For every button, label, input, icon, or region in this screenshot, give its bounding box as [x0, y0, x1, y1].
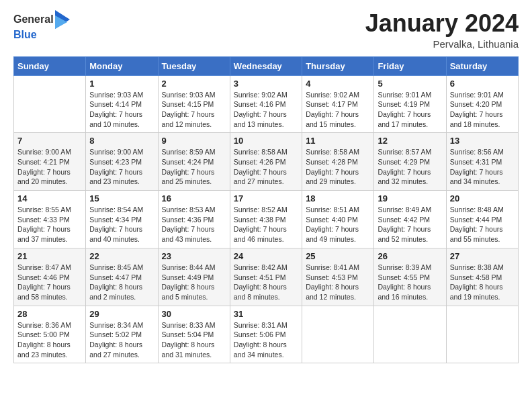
calendar-week-row: 7Sunrise: 9:00 AMSunset: 4:21 PMDaylight…: [14, 133, 519, 191]
table-row: 26Sunrise: 8:39 AMSunset: 4:55 PMDayligh…: [374, 248, 446, 306]
day-info: Sunrise: 8:49 AMSunset: 4:42 PMDaylight:…: [378, 205, 442, 244]
table-row: [446, 306, 518, 363]
day-number: 30: [162, 309, 226, 319]
day-number: 18: [306, 193, 370, 203]
header-friday: Friday: [374, 56, 446, 75]
day-info: Sunrise: 8:59 AMSunset: 4:24 PMDaylight:…: [162, 147, 226, 187]
header: General Blue January 2024 Pervalka, Lith…: [13, 10, 519, 50]
day-info: Sunrise: 8:56 AMSunset: 4:31 PMDaylight:…: [450, 147, 515, 187]
day-info: Sunrise: 8:55 AMSunset: 4:33 PMDaylight:…: [17, 205, 82, 244]
day-number: 10: [234, 136, 298, 146]
day-info: Sunrise: 8:51 AMSunset: 4:40 PMDaylight:…: [306, 205, 370, 244]
day-number: 25: [306, 251, 370, 261]
day-number: 16: [162, 193, 226, 203]
title-block: January 2024 Pervalka, Lithuania: [365, 10, 519, 50]
day-number: 17: [234, 193, 298, 203]
day-info: Sunrise: 8:42 AMSunset: 4:51 PMDaylight:…: [234, 263, 298, 302]
table-row: 15Sunrise: 8:54 AMSunset: 4:34 PMDayligh…: [86, 191, 158, 248]
day-number: 12: [378, 136, 442, 146]
day-number: 26: [378, 251, 442, 261]
day-info: Sunrise: 8:58 AMSunset: 4:26 PMDaylight:…: [234, 147, 298, 187]
day-number: 9: [162, 136, 226, 146]
day-info: Sunrise: 8:44 AMSunset: 4:49 PMDaylight:…: [162, 263, 226, 302]
header-wednesday: Wednesday: [230, 56, 302, 75]
day-number: 13: [450, 136, 515, 146]
day-number: 21: [17, 251, 82, 261]
table-row: 10Sunrise: 8:58 AMSunset: 4:26 PMDayligh…: [230, 133, 302, 191]
calendar-week-row: 21Sunrise: 8:47 AMSunset: 4:46 PMDayligh…: [14, 248, 519, 306]
day-info: Sunrise: 8:34 AMSunset: 5:02 PMDaylight:…: [89, 320, 154, 360]
day-number: 28: [17, 309, 82, 319]
calendar-week-row: 28Sunrise: 8:36 AMSunset: 5:00 PMDayligh…: [14, 306, 519, 363]
logo-icon: [55, 10, 70, 29]
table-row: 22Sunrise: 8:45 AMSunset: 4:47 PMDayligh…: [86, 248, 158, 306]
day-info: Sunrise: 9:02 AMSunset: 4:16 PMDaylight:…: [234, 90, 298, 130]
table-row: 19Sunrise: 8:49 AMSunset: 4:42 PMDayligh…: [374, 191, 446, 248]
table-row: 11Sunrise: 8:58 AMSunset: 4:28 PMDayligh…: [302, 133, 374, 191]
calendar-header-row: Sunday Monday Tuesday Wednesday Thursday…: [14, 56, 519, 75]
day-number: 23: [162, 251, 226, 261]
table-row: 18Sunrise: 8:51 AMSunset: 4:40 PMDayligh…: [302, 191, 374, 248]
table-row: 1Sunrise: 9:03 AMSunset: 4:14 PMDaylight…: [86, 75, 158, 133]
table-row: 2Sunrise: 9:03 AMSunset: 4:15 PMDaylight…: [158, 75, 230, 133]
day-info: Sunrise: 9:01 AMSunset: 4:20 PMDaylight:…: [450, 90, 515, 130]
day-info: Sunrise: 8:39 AMSunset: 4:55 PMDaylight:…: [378, 263, 442, 302]
day-number: 6: [450, 79, 515, 89]
day-info: Sunrise: 9:00 AMSunset: 4:21 PMDaylight:…: [17, 147, 82, 187]
day-info: Sunrise: 8:57 AMSunset: 4:29 PMDaylight:…: [378, 147, 442, 187]
table-row: 28Sunrise: 8:36 AMSunset: 5:00 PMDayligh…: [14, 306, 86, 363]
day-info: Sunrise: 9:03 AMSunset: 4:15 PMDaylight:…: [162, 90, 226, 130]
day-number: 22: [89, 251, 154, 261]
table-row: 30Sunrise: 8:33 AMSunset: 5:04 PMDayligh…: [158, 306, 230, 363]
table-row: 3Sunrise: 9:02 AMSunset: 4:16 PMDaylight…: [230, 75, 302, 133]
table-row: [374, 306, 446, 363]
day-info: Sunrise: 9:00 AMSunset: 4:23 PMDaylight:…: [89, 147, 154, 187]
table-row: 29Sunrise: 8:34 AMSunset: 5:02 PMDayligh…: [86, 306, 158, 363]
day-number: 2: [162, 79, 226, 89]
calendar-table: Sunday Monday Tuesday Wednesday Thursday…: [13, 56, 519, 364]
table-row: 14Sunrise: 8:55 AMSunset: 4:33 PMDayligh…: [14, 191, 86, 248]
table-row: [14, 75, 86, 133]
day-number: 15: [89, 193, 154, 203]
day-number: 27: [450, 251, 515, 261]
day-number: 4: [306, 79, 370, 89]
day-number: 5: [378, 79, 442, 89]
day-info: Sunrise: 8:47 AMSunset: 4:46 PMDaylight:…: [17, 263, 82, 302]
day-info: Sunrise: 8:41 AMSunset: 4:53 PMDaylight:…: [306, 263, 370, 302]
day-info: Sunrise: 8:45 AMSunset: 4:47 PMDaylight:…: [89, 263, 154, 302]
header-saturday: Saturday: [446, 56, 518, 75]
table-row: 4Sunrise: 9:02 AMSunset: 4:17 PMDaylight…: [302, 75, 374, 133]
day-number: 14: [17, 193, 82, 203]
day-info: Sunrise: 8:38 AMSunset: 4:58 PMDaylight:…: [450, 263, 515, 302]
table-row: 24Sunrise: 8:42 AMSunset: 4:51 PMDayligh…: [230, 248, 302, 306]
day-info: Sunrise: 9:02 AMSunset: 4:17 PMDaylight:…: [306, 90, 370, 130]
table-row: 31Sunrise: 8:31 AMSunset: 5:06 PMDayligh…: [230, 306, 302, 363]
calendar-week-row: 1Sunrise: 9:03 AMSunset: 4:14 PMDaylight…: [14, 75, 519, 133]
location-subtitle: Pervalka, Lithuania: [365, 38, 519, 50]
table-row: 20Sunrise: 8:48 AMSunset: 4:44 PMDayligh…: [446, 191, 518, 248]
calendar-week-row: 14Sunrise: 8:55 AMSunset: 4:33 PMDayligh…: [14, 191, 519, 248]
header-thursday: Thursday: [302, 56, 374, 75]
table-row: 13Sunrise: 8:56 AMSunset: 4:31 PMDayligh…: [446, 133, 518, 191]
day-number: 29: [89, 309, 154, 319]
table-row: 21Sunrise: 8:47 AMSunset: 4:46 PMDayligh…: [14, 248, 86, 306]
day-number: 20: [450, 193, 515, 203]
day-number: 19: [378, 193, 442, 203]
page: General Blue January 2024 Pervalka, Lith…: [0, 0, 532, 411]
table-row: [302, 306, 374, 363]
table-row: 17Sunrise: 8:52 AMSunset: 4:38 PMDayligh…: [230, 191, 302, 248]
day-info: Sunrise: 8:58 AMSunset: 4:28 PMDaylight:…: [306, 147, 370, 187]
day-info: Sunrise: 8:36 AMSunset: 5:00 PMDaylight:…: [17, 320, 82, 360]
day-number: 3: [234, 79, 298, 89]
logo: General Blue: [13, 10, 70, 41]
table-row: 27Sunrise: 8:38 AMSunset: 4:58 PMDayligh…: [446, 248, 518, 306]
day-number: 8: [89, 136, 154, 146]
header-tuesday: Tuesday: [158, 56, 230, 75]
table-row: 5Sunrise: 9:01 AMSunset: 4:19 PMDaylight…: [374, 75, 446, 133]
table-row: 16Sunrise: 8:53 AMSunset: 4:36 PMDayligh…: [158, 191, 230, 248]
table-row: 25Sunrise: 8:41 AMSunset: 4:53 PMDayligh…: [302, 248, 374, 306]
table-row: 6Sunrise: 9:01 AMSunset: 4:20 PMDaylight…: [446, 75, 518, 133]
table-row: 7Sunrise: 9:00 AMSunset: 4:21 PMDaylight…: [14, 133, 86, 191]
day-info: Sunrise: 8:48 AMSunset: 4:44 PMDaylight:…: [450, 205, 515, 244]
day-number: 1: [89, 79, 154, 89]
